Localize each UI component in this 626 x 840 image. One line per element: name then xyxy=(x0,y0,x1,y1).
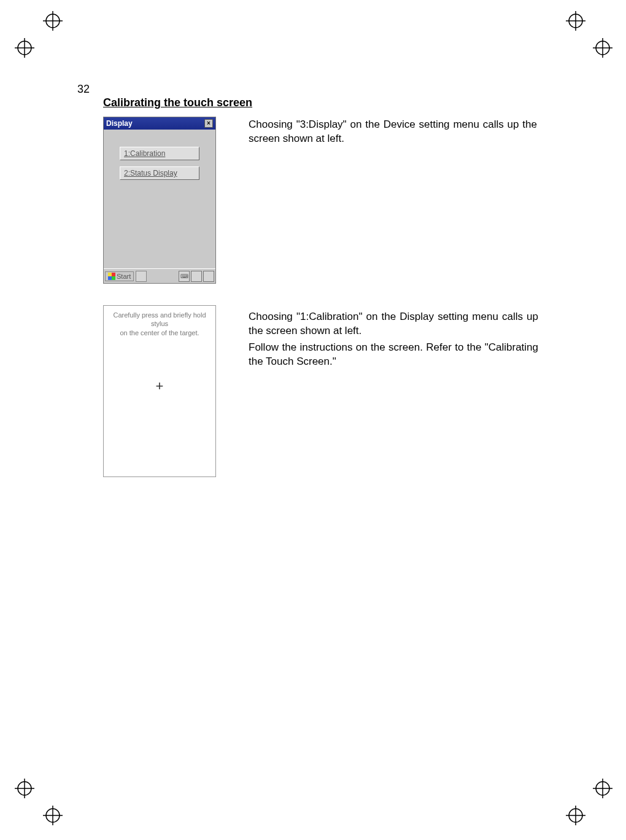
start-label: Start xyxy=(117,273,131,280)
window-title: Display xyxy=(106,119,133,128)
taskbar: Start ⌨ xyxy=(104,268,215,283)
tray-icon[interactable] xyxy=(191,271,202,282)
reg-mark-icon xyxy=(43,806,63,825)
calibration-instruction-line1: Carefully press and briefly hold stylus xyxy=(104,311,215,329)
close-icon[interactable]: × xyxy=(204,119,213,128)
section-heading: Calibrating the touch screen xyxy=(103,96,252,109)
keyboard-tray-icon[interactable]: ⌨ xyxy=(179,271,190,282)
calibration-instruction-line2: on the center of the target. xyxy=(104,329,215,337)
reg-mark-icon xyxy=(593,38,612,58)
reg-mark-icon xyxy=(566,11,585,31)
calibration-button[interactable]: 1:Calibration xyxy=(120,147,199,160)
window-titlebar: Display × xyxy=(104,117,215,130)
calibration-screenshot: Carefully press and briefly hold stylus … xyxy=(103,305,216,477)
windows-flag-icon xyxy=(108,273,115,280)
paragraph-calibration-description: Choosing "1:Calibration" on the Display … xyxy=(249,310,538,338)
reg-mark-icon xyxy=(566,806,585,825)
status-display-button[interactable]: 2:Status Display xyxy=(120,166,199,180)
reg-mark-icon xyxy=(593,779,612,798)
page-number: 32 xyxy=(77,83,90,96)
reg-mark-icon xyxy=(43,11,63,31)
paragraph-display-description: Choosing "3:Display" on the Device setti… xyxy=(249,118,537,146)
paragraph-follow-instruction: Follow the instructions on the screen. R… xyxy=(249,341,538,369)
display-settings-screenshot: Display × 1:Calibration 2:Status Display… xyxy=(103,117,216,284)
reg-mark-icon xyxy=(15,779,34,798)
start-button[interactable]: Start xyxy=(105,271,134,281)
reg-mark-icon xyxy=(15,38,34,58)
calibration-target-icon[interactable]: + xyxy=(156,378,164,394)
task-icon[interactable] xyxy=(136,271,147,282)
tray-icon[interactable] xyxy=(203,271,214,282)
